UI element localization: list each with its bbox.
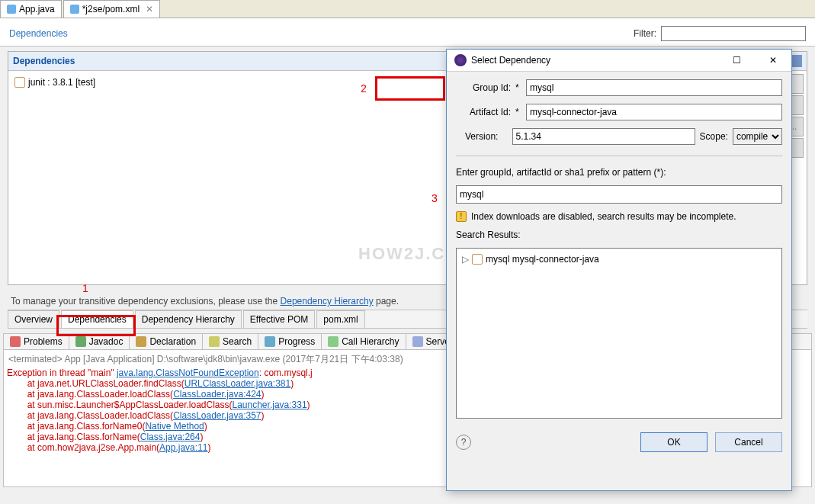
close-icon[interactable]: ✕	[146, 4, 153, 14]
scope-select[interactable]: compile	[733, 128, 782, 145]
problems-icon	[10, 336, 21, 347]
group-id-input[interactable]	[526, 79, 782, 96]
java-file-icon	[7, 5, 16, 14]
dep-hierarchy-link[interactable]: Dependency Hierarchy	[281, 296, 374, 307]
stack-link[interactable]: URLClassLoader.java:381	[184, 378, 290, 389]
tab-app-java[interactable]: App.java	[0, 0, 62, 18]
view-problems[interactable]: Problems	[4, 334, 69, 349]
tab-pom-xml[interactable]: pom.xml	[316, 310, 364, 328]
required-asterisk: *	[515, 107, 521, 117]
select-dependency-dialog: Select Dependency ☐ ✕ Group Id: * Artifa…	[446, 49, 792, 491]
ok-button[interactable]: OK	[640, 432, 708, 452]
panel-title: Dependencies	[13, 56, 75, 66]
filter-input[interactable]	[661, 26, 806, 41]
stack-link[interactable]: Launcher.java:331	[233, 400, 307, 410]
eclipse-icon	[454, 54, 467, 66]
maven-file-icon	[70, 5, 79, 14]
servers-icon	[412, 336, 423, 347]
tab-label: App.java	[19, 4, 55, 14]
warning-row: ! Index downloads are disabled, search r…	[456, 211, 782, 222]
stack-link[interactable]: ClassLoader.java:357	[173, 410, 261, 421]
javadoc-icon	[75, 336, 86, 347]
tab-overview[interactable]: Overview	[8, 310, 59, 328]
declaration-icon	[136, 336, 146, 347]
search-input[interactable]	[456, 185, 782, 204]
required-asterisk: *	[515, 82, 521, 93]
result-label: mysql mysql-connector-java	[486, 254, 599, 265]
warning-text: Index downloads are disabled, search res…	[471, 211, 736, 222]
version-input[interactable]	[512, 128, 695, 145]
group-id-row: Group Id: *	[456, 79, 782, 96]
tab-pom-xml[interactable]: *j2se/pom.xml ✕	[63, 0, 160, 18]
version-row: Version: Scope: compile	[456, 128, 782, 145]
result-item[interactable]: ▷ mysql mysql-connector-java	[460, 252, 778, 267]
tab-label: *j2se/pom.xml	[82, 4, 140, 14]
expand-icon[interactable]: ▷	[462, 254, 469, 265]
filter-label: Filter:	[634, 28, 656, 39]
tab-dep-hierarchy[interactable]: Dependency Hierarchy	[135, 310, 242, 328]
divider	[456, 156, 782, 156]
warning-icon: !	[456, 211, 467, 222]
dep-label: junit : 3.8.1 [test]	[28, 77, 95, 88]
tab-dependencies[interactable]: Dependencies	[61, 310, 133, 328]
stack-link[interactable]: App.java:11	[159, 442, 207, 453]
close-icon[interactable]: ✕	[762, 55, 784, 66]
view-search[interactable]: Search	[203, 334, 258, 349]
annotation-label-3: 3	[432, 192, 438, 204]
scope-label: Scope:	[700, 131, 728, 142]
annotation-label-1: 1	[82, 282, 88, 294]
artifact-id-row: Artifact Id: *	[456, 104, 782, 120]
tab-effective-pom[interactable]: Effective POM	[243, 310, 315, 328]
view-call-hierarchy[interactable]: Call Hierarchy	[322, 334, 406, 349]
results-label: Search Results:	[456, 230, 782, 240]
artifact-id-input[interactable]	[526, 104, 782, 120]
jar-icon	[14, 77, 25, 88]
stack-link[interactable]: ClassLoader.java:424	[173, 389, 261, 400]
editor-tab-bar: App.java *j2se/pom.xml ✕	[0, 0, 815, 18]
dialog-footer: ? OK Cancel	[447, 426, 791, 461]
progress-icon	[265, 336, 275, 347]
jar-icon	[472, 254, 483, 265]
page-title-bar: Dependencies Filter:	[0, 18, 815, 47]
version-label: Version:	[456, 131, 498, 142]
filter-row: Filter:	[634, 26, 806, 41]
view-javadoc[interactable]: Javadoc	[69, 334, 130, 349]
exception-link[interactable]: java.lang.ClassNotFoundException	[117, 368, 259, 378]
page-title: Dependencies	[9, 28, 68, 39]
dialog-title: Select Dependency	[471, 55, 550, 66]
view-progress[interactable]: Progress	[258, 334, 322, 349]
stack-link[interactable]: Native Method	[145, 421, 204, 432]
stack-link[interactable]: Class.java:264	[140, 432, 201, 442]
annotation-label-2: 2	[361, 82, 367, 95]
search-results-list[interactable]: ▷ mysql mysql-connector-java	[456, 248, 782, 419]
search-label: Enter groupId, artifactId or sha1 prefix…	[456, 167, 782, 178]
maximize-icon[interactable]: ☐	[726, 55, 747, 66]
call-hierarchy-icon	[328, 336, 339, 347]
view-declaration[interactable]: Declaration	[130, 334, 203, 349]
help-icon[interactable]: ?	[456, 435, 471, 450]
cancel-button[interactable]: Cancel	[715, 432, 782, 452]
dialog-title-bar: Select Dependency ☐ ✕	[447, 50, 791, 72]
group-id-label: Group Id:	[456, 82, 511, 93]
artifact-id-label: Artifact Id:	[456, 107, 511, 117]
search-icon	[209, 336, 220, 347]
